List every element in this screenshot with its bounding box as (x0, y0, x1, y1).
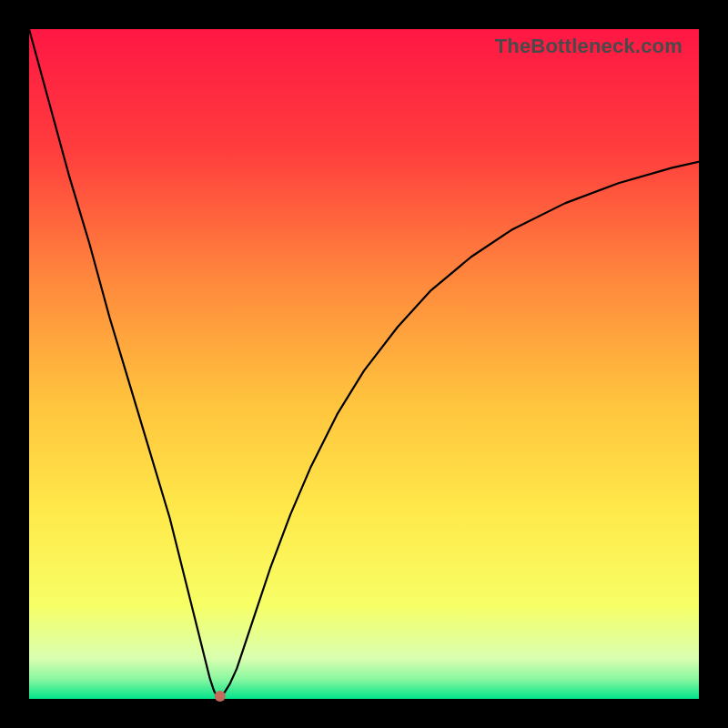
optimal-point-marker (215, 691, 226, 702)
bottleneck-curve-svg (29, 29, 699, 699)
bottleneck-curve-path (29, 29, 699, 696)
chart-frame: TheBottleneck.com (0, 0, 728, 728)
plot-area: TheBottleneck.com (29, 29, 699, 699)
